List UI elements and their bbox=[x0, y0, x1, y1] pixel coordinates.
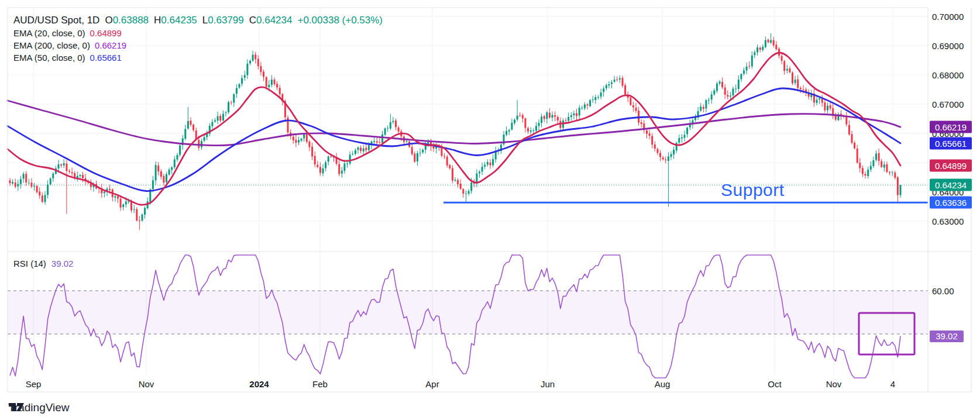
time-axis-label: Sep bbox=[26, 379, 42, 389]
time-axis-label: Nov bbox=[139, 379, 154, 389]
time-axis-label: Oct bbox=[768, 379, 781, 389]
tradingview-chart-window: AUD/USD Spot, 1D O0.63888 H0.64235 L0.63… bbox=[0, 0, 980, 420]
time-axis-label: Aug bbox=[655, 379, 670, 389]
ema50-line bbox=[8, 88, 900, 191]
price-axis-badge: 0.64899 bbox=[930, 160, 972, 172]
low-value: L0.63799 bbox=[202, 15, 244, 26]
price-axis-badge: 0.64234 bbox=[930, 179, 972, 191]
time-axis-label: Apr bbox=[425, 379, 439, 389]
open-value: O0.63888 bbox=[105, 15, 149, 26]
time-axis-label: 2024 bbox=[249, 379, 269, 389]
change-value: +0.00338 (+0.53%) bbox=[297, 15, 383, 26]
indicator-row-ema200[interactable]: EMA (200, close, 0) 0.66219 bbox=[13, 41, 383, 50]
symbol-ohlc-row[interactable]: AUD/USD Spot, 1D O0.63888 H0.64235 L0.63… bbox=[13, 15, 383, 26]
close-value: C0.64234 bbox=[249, 15, 293, 26]
ema50-value: 0.65661 bbox=[90, 53, 122, 63]
time-axis-label: Feb bbox=[312, 379, 328, 389]
support-annotation-text[interactable]: Support bbox=[721, 181, 785, 199]
price-axis-badge: 0.63636 bbox=[930, 197, 972, 209]
price-tick-label: 0.68000 bbox=[932, 70, 964, 80]
high-value: H0.64235 bbox=[154, 15, 197, 26]
ema200-line bbox=[8, 101, 900, 146]
rsi-value: 39.02 bbox=[51, 259, 74, 268]
time-axis-label: Jun bbox=[541, 379, 555, 389]
tradingview-logo[interactable]: TradingView bbox=[8, 401, 70, 414]
indicator-row-ema50[interactable]: EMA (50, close, 0) 0.65661 bbox=[13, 53, 383, 63]
chart-canvas[interactable] bbox=[0, 0, 980, 420]
rsi-legend[interactable]: RSI (14) 39.02 bbox=[13, 259, 73, 268]
price-tick-label: 0.67000 bbox=[932, 99, 964, 109]
rsi-axis-badge: 39.02 bbox=[930, 331, 964, 342]
ema20-value: 0.64899 bbox=[90, 29, 122, 38]
time-axis-label: 4 bbox=[890, 379, 895, 389]
time-axis-label: Nov bbox=[826, 379, 842, 389]
price-axis-badge: 0.65661 bbox=[930, 137, 972, 150]
price-tick-label: 0.63000 bbox=[932, 216, 964, 226]
symbol-legend[interactable]: AUD/USD Spot, 1D O0.63888 H0.64235 L0.63… bbox=[13, 15, 383, 63]
price-tick-label: 0.69000 bbox=[932, 41, 964, 51]
symbol-title: AUD/USD Spot, 1D bbox=[13, 15, 99, 26]
tradingview-logo-icon bbox=[8, 401, 25, 413]
ema200-value: 0.66219 bbox=[95, 41, 126, 50]
indicator-row-ema20[interactable]: EMA (20, close, 0) 0.64899 bbox=[13, 29, 383, 38]
price-tick-label: 0.70000 bbox=[932, 12, 964, 22]
rsi-level-label: 60.00 bbox=[932, 286, 954, 296]
price-axis-badge: 0.66219 bbox=[930, 121, 972, 133]
rsi-label: RSI (14) bbox=[13, 259, 46, 268]
